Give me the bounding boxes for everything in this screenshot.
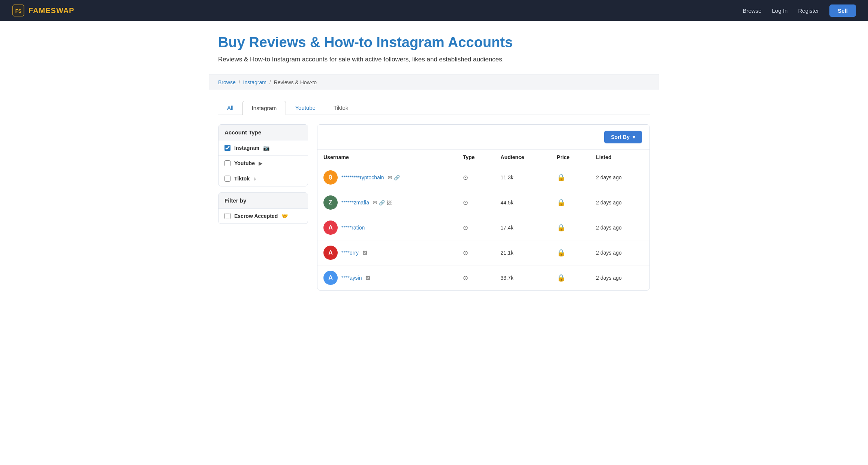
instagram-label: Instagram: [234, 145, 259, 151]
type-cell-2: ⊙: [457, 215, 495, 240]
youtube-icon: ▶: [259, 160, 263, 166]
tabs: All Instagram Youtube Tiktok: [218, 101, 650, 115]
price-cell-4: 🔒: [551, 265, 590, 291]
nav-register[interactable]: Register: [798, 7, 819, 14]
username-link-2[interactable]: *****ration: [341, 225, 365, 231]
tab-instagram[interactable]: Instagram: [242, 101, 286, 115]
account-type-section: Account Type Instagram 📷 Youtube ▶: [218, 124, 308, 186]
type-icon-4: ⊙: [463, 274, 468, 282]
audience-cell-2: 17.4k: [495, 215, 551, 240]
table-row[interactable]: A ****orry 🖼 ⊙21.1k🔒2 days ago: [317, 240, 650, 265]
audience-cell-4: 33.7k: [495, 265, 551, 291]
tab-tiktok[interactable]: Tiktok: [325, 101, 357, 115]
col-type: Type: [457, 150, 495, 165]
price-lock-icon-4: 🔒: [557, 274, 565, 282]
price-cell-3: 🔒: [551, 240, 590, 265]
username-action-icon: 🖼: [387, 200, 392, 206]
tiktok-icon: ♪: [253, 176, 256, 182]
username-link-3[interactable]: ****orry: [341, 250, 359, 256]
sidebar-item-tiktok[interactable]: Tiktok ♪: [218, 171, 308, 186]
tab-all[interactable]: All: [218, 101, 242, 115]
type-cell-1: ⊙: [457, 190, 495, 215]
escrow-checkbox[interactable]: [224, 213, 230, 219]
instagram-checkbox[interactable]: [224, 145, 230, 151]
page-title: Buy Reviews & How-to Instagram Accounts: [218, 34, 650, 51]
content-area: Sort By Username Type Audience Price Lis…: [317, 124, 650, 291]
price-cell-0: 🔒: [551, 165, 590, 190]
tab-youtube[interactable]: Youtube: [286, 101, 325, 115]
breadcrumb-current: Reviews & How-to: [274, 79, 317, 85]
username-action-icon: 🔗: [394, 175, 400, 180]
audience-cell-0: 11.3k: [495, 165, 551, 190]
table-row[interactable]: A *****ration ⊙17.4k🔒2 days ago: [317, 215, 650, 240]
account-type-header: Account Type: [218, 125, 308, 140]
username-icons-3: 🖼: [362, 250, 367, 256]
type-cell-4: ⊙: [457, 265, 495, 291]
youtube-checkbox[interactable]: [224, 160, 230, 166]
sidebar-item-youtube[interactable]: Youtube ▶: [218, 156, 308, 171]
filter-header: Filter by: [218, 193, 308, 209]
navbar-links: Browse Log In Register Sell: [743, 4, 856, 17]
username-icons-1: ✉🔗🖼: [373, 200, 392, 206]
breadcrumb-instagram[interactable]: Instagram: [243, 79, 266, 85]
username-link-1[interactable]: ******zmafia: [341, 200, 369, 206]
table-header-row: Username Type Audience Price Listed: [317, 150, 650, 165]
sell-button[interactable]: Sell: [829, 4, 856, 17]
logo-diamond-icon: FS: [12, 4, 25, 17]
username-icons-0: ✉🔗: [388, 175, 400, 180]
sidebar: Account Type Instagram 📷 Youtube ▶: [218, 124, 308, 230]
nav-login[interactable]: Log In: [772, 7, 788, 14]
audience-cell-1: 44.5k: [495, 190, 551, 215]
type-icon-1: ⊙: [463, 199, 468, 206]
instagram-icon: 📷: [263, 145, 269, 151]
price-cell-2: 🔒: [551, 215, 590, 240]
breadcrumb-browse[interactable]: Browse: [218, 79, 236, 85]
type-icon-3: ⊙: [463, 249, 468, 256]
svg-text:FS: FS: [15, 8, 22, 14]
youtube-label: Youtube: [234, 160, 255, 166]
username-action-icon: ✉: [388, 175, 392, 180]
escrow-icon: 🤝: [281, 213, 288, 219]
sort-by-button[interactable]: Sort By: [604, 131, 642, 143]
tiktok-checkbox[interactable]: [224, 176, 230, 182]
price-lock-icon-1: 🔒: [557, 199, 565, 206]
accounts-table: Username Type Audience Price Listed ₿ **…: [317, 150, 650, 290]
page-subtitle: Reviews & How-to Instagram accounts for …: [218, 56, 650, 63]
username-action-icon: ✉: [373, 200, 377, 206]
username-link-4[interactable]: ****aysin: [341, 275, 362, 281]
type-cell-3: ⊙: [457, 240, 495, 265]
type-icon-0: ⊙: [463, 174, 468, 181]
table-row[interactable]: ₿ *********ryptochain ✉🔗 ⊙11.3k🔒2 days a…: [317, 165, 650, 190]
account-type-body: Instagram 📷 Youtube ▶ Tiktok ♪: [218, 140, 308, 186]
listed-cell-1: 2 days ago: [590, 190, 650, 215]
logo[interactable]: FS FAMESWAP: [12, 4, 74, 17]
nav-browse[interactable]: Browse: [743, 7, 762, 14]
sidebar-item-escrow[interactable]: Escrow Accepted 🤝: [218, 209, 308, 224]
username-action-icon: 🖼: [365, 275, 370, 281]
price-lock-icon-3: 🔒: [557, 249, 565, 256]
price-lock-icon-0: 🔒: [557, 174, 565, 181]
table-body: ₿ *********ryptochain ✉🔗 ⊙11.3k🔒2 days a…: [317, 165, 650, 291]
avatar-1: Z: [323, 195, 338, 210]
listed-cell-0: 2 days ago: [590, 165, 650, 190]
table-head: Username Type Audience Price Listed: [317, 150, 650, 165]
username-cell-1: Z ******zmafia ✉🔗🖼: [317, 190, 457, 215]
content-header: Sort By: [317, 125, 650, 150]
page-content: Buy Reviews & How-to Instagram Accounts …: [209, 21, 659, 291]
listed-cell-3: 2 days ago: [590, 240, 650, 265]
col-price: Price: [551, 150, 590, 165]
avatar-2: A: [323, 221, 338, 235]
type-icon-2: ⊙: [463, 224, 468, 231]
username-icons-4: 🖼: [365, 275, 370, 281]
table-row[interactable]: Z ******zmafia ✉🔗🖼 ⊙44.5k🔒2 days ago: [317, 190, 650, 215]
price-cell-1: 🔒: [551, 190, 590, 215]
username-link-0[interactable]: *********ryptochain: [341, 174, 384, 180]
breadcrumb: Browse / Instagram / Reviews & How-to: [218, 79, 659, 85]
table-row[interactable]: A ****aysin 🖼 ⊙33.7k🔒2 days ago: [317, 265, 650, 291]
sidebar-item-instagram[interactable]: Instagram 📷: [218, 140, 308, 156]
escrow-label: Escrow Accepted: [234, 213, 278, 219]
breadcrumb-bar: Browse / Instagram / Reviews & How-to: [209, 75, 659, 90]
audience-cell-3: 21.1k: [495, 240, 551, 265]
username-cell-4: A ****aysin 🖼: [317, 265, 457, 291]
type-cell-0: ⊙: [457, 165, 495, 190]
